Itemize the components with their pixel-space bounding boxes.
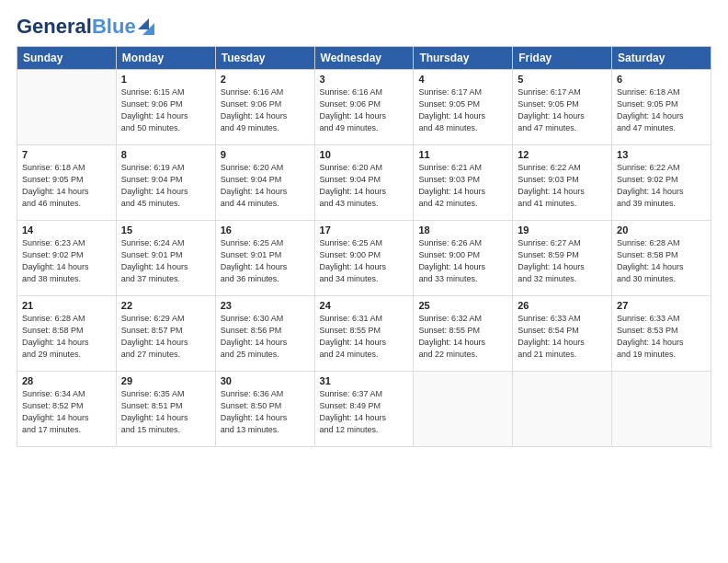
- day-info: Sunrise: 6:29 AMSunset: 8:57 PMDaylight:…: [121, 313, 210, 361]
- calendar-cell: 16Sunrise: 6:25 AMSunset: 9:01 PMDayligh…: [215, 221, 314, 296]
- calendar-table: SundayMondayTuesdayWednesdayThursdayFrid…: [17, 46, 711, 447]
- calendar-week-row: 28Sunrise: 6:34 AMSunset: 8:52 PMDayligh…: [17, 372, 711, 447]
- header: GeneralBlue: [17, 17, 711, 37]
- day-number: 31: [320, 375, 409, 386]
- day-info: Sunrise: 6:18 AMSunset: 9:05 PMDaylight:…: [617, 86, 706, 134]
- calendar-cell: 7Sunrise: 6:18 AMSunset: 9:05 PMDaylight…: [17, 145, 117, 221]
- day-number: 2: [221, 74, 310, 85]
- weekday-header-thursday: Thursday: [414, 47, 513, 70]
- calendar-cell: 27Sunrise: 6:33 AMSunset: 8:53 PMDayligh…: [612, 296, 711, 372]
- day-info: Sunrise: 6:15 AMSunset: 9:06 PMDaylight:…: [121, 86, 210, 134]
- day-number: 26: [518, 300, 607, 311]
- calendar-cell: 30Sunrise: 6:36 AMSunset: 8:50 PMDayligh…: [215, 372, 314, 447]
- day-number: 12: [518, 149, 607, 160]
- day-number: 23: [221, 300, 310, 311]
- weekday-header-tuesday: Tuesday: [215, 47, 314, 70]
- day-number: 27: [617, 300, 706, 311]
- calendar-cell: 31Sunrise: 6:37 AMSunset: 8:49 PMDayligh…: [314, 372, 414, 447]
- calendar-cell: 19Sunrise: 6:27 AMSunset: 8:59 PMDayligh…: [513, 221, 612, 296]
- calendar-cell: 4Sunrise: 6:17 AMSunset: 9:05 PMDaylight…: [414, 70, 513, 145]
- calendar-cell: 5Sunrise: 6:17 AMSunset: 9:05 PMDaylight…: [513, 70, 612, 145]
- day-number: 4: [418, 74, 507, 85]
- day-number: 28: [22, 375, 111, 386]
- day-number: 9: [221, 149, 310, 160]
- calendar-cell: [513, 372, 612, 447]
- day-info: Sunrise: 6:19 AMSunset: 9:04 PMDaylight:…: [121, 162, 210, 210]
- calendar-cell: 25Sunrise: 6:32 AMSunset: 8:55 PMDayligh…: [414, 296, 513, 372]
- day-number: 16: [221, 224, 310, 236]
- weekday-header-sunday: Sunday: [17, 47, 117, 70]
- svg-marker-1: [138, 18, 149, 29]
- logo-text: GeneralBlue: [17, 17, 136, 37]
- day-number: 17: [320, 224, 409, 236]
- day-info: Sunrise: 6:16 AMSunset: 9:06 PMDaylight:…: [221, 86, 310, 134]
- calendar-cell: 11Sunrise: 6:21 AMSunset: 9:03 PMDayligh…: [414, 145, 513, 221]
- weekday-header-wednesday: Wednesday: [314, 47, 414, 70]
- calendar-cell: 2Sunrise: 6:16 AMSunset: 9:06 PMDaylight…: [215, 70, 314, 145]
- calendar-week-row: 14Sunrise: 6:23 AMSunset: 9:02 PMDayligh…: [17, 221, 711, 296]
- weekday-header-friday: Friday: [513, 47, 612, 70]
- day-number: 8: [121, 149, 210, 160]
- calendar-cell: 1Sunrise: 6:15 AMSunset: 9:06 PMDaylight…: [116, 70, 215, 145]
- day-info: Sunrise: 6:20 AMSunset: 9:04 PMDaylight:…: [221, 162, 310, 210]
- day-info: Sunrise: 6:28 AMSunset: 8:58 PMDaylight:…: [22, 313, 111, 361]
- day-number: 21: [22, 300, 111, 311]
- calendar-cell: 18Sunrise: 6:26 AMSunset: 9:00 PMDayligh…: [414, 221, 513, 296]
- day-info: Sunrise: 6:34 AMSunset: 8:52 PMDaylight:…: [22, 388, 111, 436]
- calendar-cell: 23Sunrise: 6:30 AMSunset: 8:56 PMDayligh…: [215, 296, 314, 372]
- day-info: Sunrise: 6:17 AMSunset: 9:05 PMDaylight:…: [418, 86, 507, 134]
- day-number: 10: [320, 149, 409, 160]
- calendar-cell: 29Sunrise: 6:35 AMSunset: 8:51 PMDayligh…: [116, 372, 215, 447]
- day-info: Sunrise: 6:22 AMSunset: 9:02 PMDaylight:…: [617, 162, 706, 210]
- day-number: 25: [418, 300, 507, 311]
- day-number: 30: [221, 375, 310, 386]
- day-info: Sunrise: 6:28 AMSunset: 8:58 PMDaylight:…: [617, 237, 706, 285]
- day-number: 24: [320, 300, 409, 311]
- calendar-cell: 22Sunrise: 6:29 AMSunset: 8:57 PMDayligh…: [116, 296, 215, 372]
- day-info: Sunrise: 6:37 AMSunset: 8:49 PMDaylight:…: [320, 388, 409, 436]
- calendar-cell: 28Sunrise: 6:34 AMSunset: 8:52 PMDayligh…: [17, 372, 117, 447]
- day-number: 19: [518, 224, 607, 236]
- day-info: Sunrise: 6:22 AMSunset: 9:03 PMDaylight:…: [518, 162, 607, 210]
- day-info: Sunrise: 6:18 AMSunset: 9:05 PMDaylight:…: [22, 162, 111, 210]
- day-info: Sunrise: 6:33 AMSunset: 8:54 PMDaylight:…: [518, 313, 607, 361]
- calendar-cell: 14Sunrise: 6:23 AMSunset: 9:02 PMDayligh…: [17, 221, 117, 296]
- day-info: Sunrise: 6:17 AMSunset: 9:05 PMDaylight:…: [518, 86, 607, 134]
- day-number: 3: [320, 74, 409, 85]
- calendar-cell: 17Sunrise: 6:25 AMSunset: 9:00 PMDayligh…: [314, 221, 414, 296]
- calendar-cell: 21Sunrise: 6:28 AMSunset: 8:58 PMDayligh…: [17, 296, 117, 372]
- day-info: Sunrise: 6:25 AMSunset: 9:01 PMDaylight:…: [221, 237, 310, 285]
- calendar-week-row: 1Sunrise: 6:15 AMSunset: 9:06 PMDaylight…: [17, 70, 711, 145]
- day-number: 11: [418, 149, 507, 160]
- weekday-header-row: SundayMondayTuesdayWednesdayThursdayFrid…: [17, 47, 711, 70]
- day-info: Sunrise: 6:16 AMSunset: 9:06 PMDaylight:…: [320, 86, 409, 134]
- calendar-cell: 24Sunrise: 6:31 AMSunset: 8:55 PMDayligh…: [314, 296, 414, 372]
- page: GeneralBlue SundayMondayTuesdayWednesday…: [0, 0, 728, 563]
- day-info: Sunrise: 6:20 AMSunset: 9:04 PMDaylight:…: [320, 162, 409, 210]
- calendar-cell: 9Sunrise: 6:20 AMSunset: 9:04 PMDaylight…: [215, 145, 314, 221]
- day-info: Sunrise: 6:32 AMSunset: 8:55 PMDaylight:…: [418, 313, 507, 361]
- weekday-header-monday: Monday: [116, 47, 215, 70]
- calendar-cell: [612, 372, 711, 447]
- day-number: 5: [518, 74, 607, 85]
- day-info: Sunrise: 6:26 AMSunset: 9:00 PMDaylight:…: [418, 237, 507, 285]
- calendar-cell: [17, 70, 117, 145]
- day-number: 6: [617, 74, 706, 85]
- calendar-week-row: 21Sunrise: 6:28 AMSunset: 8:58 PMDayligh…: [17, 296, 711, 372]
- calendar-week-row: 7Sunrise: 6:18 AMSunset: 9:05 PMDaylight…: [17, 145, 711, 221]
- day-info: Sunrise: 6:30 AMSunset: 8:56 PMDaylight:…: [221, 313, 310, 361]
- calendar-cell: 13Sunrise: 6:22 AMSunset: 9:02 PMDayligh…: [612, 145, 711, 221]
- calendar-cell: 20Sunrise: 6:28 AMSunset: 8:58 PMDayligh…: [612, 221, 711, 296]
- calendar-cell: 8Sunrise: 6:19 AMSunset: 9:04 PMDaylight…: [116, 145, 215, 221]
- day-info: Sunrise: 6:24 AMSunset: 9:01 PMDaylight:…: [121, 237, 210, 285]
- weekday-header-saturday: Saturday: [612, 47, 711, 70]
- calendar-cell: 12Sunrise: 6:22 AMSunset: 9:03 PMDayligh…: [513, 145, 612, 221]
- day-number: 7: [22, 149, 111, 160]
- day-number: 15: [121, 224, 210, 236]
- day-number: 29: [121, 375, 210, 386]
- day-info: Sunrise: 6:23 AMSunset: 9:02 PMDaylight:…: [22, 237, 111, 285]
- calendar-cell: 10Sunrise: 6:20 AMSunset: 9:04 PMDayligh…: [314, 145, 414, 221]
- day-info: Sunrise: 6:33 AMSunset: 8:53 PMDaylight:…: [617, 313, 706, 361]
- day-info: Sunrise: 6:25 AMSunset: 9:00 PMDaylight:…: [320, 237, 409, 285]
- day-number: 20: [617, 224, 706, 236]
